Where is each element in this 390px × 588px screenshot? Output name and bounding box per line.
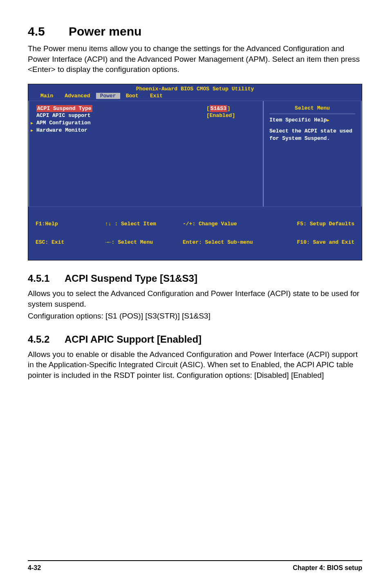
tab-power[interactable]: Power — [96, 93, 120, 99]
bios-tab-bar: Main Advanced Power Boot Exit — [28, 93, 362, 101]
page-number: 4-32 — [28, 564, 41, 572]
section-452-p1: Allows you to enable or disable the Adva… — [28, 349, 362, 381]
help-specific: Item Specific Help — [269, 117, 327, 123]
triangle-right-icon — [327, 117, 329, 123]
section-title: ACPI APIC Support [Enabled] — [65, 334, 202, 345]
bios-title: Phoenix-Award BIOS CMOS Setup Utility — [28, 84, 362, 93]
key-select-item: ↑↓ : Select Item — [105, 221, 183, 227]
page-footer: 4-32 Chapter 4: BIOS setup — [28, 560, 362, 572]
section-number: 4.5.2 — [28, 334, 65, 345]
menu-label: APM Configuration — [36, 119, 91, 127]
section-451-p2: Configuration options: [S1 (POS)] [S3(ST… — [28, 311, 362, 321]
bios-screen: Phoenix-Award BIOS CMOS Setup Utility Ma… — [28, 84, 362, 260]
key-enter: Enter: Select Sub-menu — [183, 239, 281, 245]
section-451-p1: Allows you to select the Advanced Config… — [28, 288, 362, 309]
key-f1: F1:Help — [36, 221, 105, 227]
menu-item-apm-config[interactable]: APM Configuration — [36, 119, 256, 127]
section-451-heading: 4.5.1ACPI Suspend Type [S1&S3] — [28, 273, 362, 284]
menu-item-acpi-apic[interactable]: ACPI APIC support [Enabled] — [36, 112, 256, 119]
menu-label: Hardware Monitor — [36, 127, 87, 134]
bios-key-legend: F1:Help ESC: Exit ↑↓ : Select Item →←: S… — [28, 207, 362, 260]
section-number: 4.5.1 — [28, 273, 65, 284]
menu-value: S1&S3 — [210, 105, 227, 112]
help-title: Select Menu — [269, 105, 355, 111]
intro-paragraph: The Power menu items allow you to change… — [28, 43, 362, 75]
menu-label: ACPI APIC support — [36, 112, 91, 119]
section-title: ACPI Suspend Type [S1&S3] — [65, 273, 197, 284]
tab-boot[interactable]: Boot — [120, 93, 144, 99]
menu-value: [Enabled] — [206, 112, 256, 119]
heading-title: Power menu — [69, 25, 141, 38]
tab-exit[interactable]: Exit — [144, 93, 168, 99]
chapter-label: Chapter 4: BIOS setup — [293, 564, 362, 572]
tab-advanced[interactable]: Advanced — [59, 93, 96, 99]
page-heading: 4.5Power menu — [28, 25, 362, 38]
bios-help-panel: Select Menu Item Specific Help Select th… — [264, 101, 362, 206]
bios-menu-panel: ACPI Suspend Type [S1&S3] ACPI APIC supp… — [28, 101, 264, 206]
key-select-menu: →←: Select Menu — [105, 239, 183, 245]
menu-label: ACPI Suspend Type — [36, 105, 92, 112]
key-change-value: -/+: Change Value — [183, 221, 281, 227]
key-f5: F5: Setup Defaults — [281, 221, 354, 227]
menu-item-acpi-suspend[interactable]: ACPI Suspend Type [S1&S3] — [36, 105, 256, 112]
key-f10: F10: Save and Exit — [281, 239, 354, 245]
section-452-heading: 4.5.2ACPI APIC Support [Enabled] — [28, 334, 362, 345]
help-body: Select the ACPI state used for System Su… — [269, 128, 355, 142]
divider — [269, 114, 355, 114]
tab-main[interactable]: Main — [35, 93, 59, 99]
key-esc: ESC: Exit — [36, 239, 105, 245]
menu-item-hardware-monitor[interactable]: Hardware Monitor — [36, 127, 256, 134]
heading-number: 4.5 — [28, 25, 69, 38]
